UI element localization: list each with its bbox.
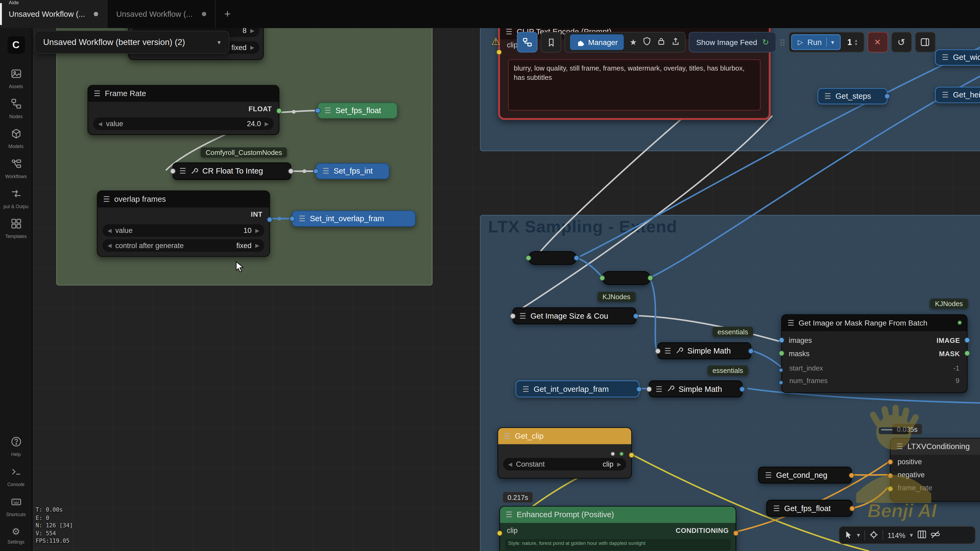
shield-icon[interactable]: [643, 37, 651, 48]
port-dot[interactable]: [619, 452, 624, 456]
node-overlap-frames[interactable]: ☰ overlap frames INT ◀ value 10 ▶ ◀ cont…: [97, 191, 270, 257]
node-set-fps-int[interactable]: ☰ Set_fps_int: [316, 163, 389, 179]
port-dot-clip-out[interactable]: [629, 452, 634, 458]
node-enhanced-prompt[interactable]: ☰ Enhanced Prompt (Positive) clip CONDIT…: [499, 506, 736, 551]
node-get-image-size[interactable]: ☰ Get Image Size & Cou: [512, 307, 636, 324]
fit-view-button[interactable]: [870, 530, 878, 540]
workflow-title-dropdown[interactable]: Unsaved Workflow (better version) (2) ▾: [34, 30, 229, 54]
port-dot-image-out[interactable]: [964, 337, 970, 343]
port-dot[interactable]: [779, 380, 783, 384]
collapse-icon[interactable]: ☰: [506, 511, 512, 519]
port-dot-float[interactable]: [276, 108, 282, 114]
sidebar-item-workflows[interactable]: Workflows: [0, 154, 32, 184]
port-dot-positive[interactable]: [888, 459, 893, 465]
sidebar-item-input-output[interactable]: put & Outpu: [0, 184, 32, 214]
port-dot[interactable]: [611, 452, 615, 456]
node-get-hei[interactable]: ☰ Get_hei: [935, 87, 980, 103]
node-get-int-overlap[interactable]: ☰ Get_int_overlap_fram: [515, 380, 640, 397]
zoom-level[interactable]: 114%: [888, 531, 905, 539]
collapse-icon[interactable]: ☰: [788, 319, 794, 327]
port-dot[interactable]: [885, 94, 890, 99]
node-header[interactable]: ☰ LTXVConditioning: [891, 439, 980, 455]
stepper-right-icon[interactable]: ▶: [617, 461, 621, 467]
node-collapsed-a[interactable]: [528, 251, 577, 265]
prompt-preview[interactable]: Style: nature, forest pond at golden hou…: [505, 539, 730, 550]
share-icon[interactable]: [671, 37, 680, 48]
node-get-image-mask-range[interactable]: ☰ Get Image or Mask Range From Batch ima…: [781, 314, 967, 393]
chevron-down-icon[interactable]: ▾: [857, 532, 860, 538]
port-dot[interactable]: [648, 275, 653, 281]
collapse-icon[interactable]: ☰: [299, 215, 305, 222]
widget-value-row[interactable]: ◀ value 10 ▶: [103, 224, 264, 237]
bookmark-button[interactable]: [541, 32, 561, 52]
node-get-fps-float[interactable]: ☰ Get_fps_float: [766, 500, 853, 517]
node-header[interactable]: ☰ Enhanced Prompt (Positive): [500, 507, 736, 523]
stepper-left-icon[interactable]: ◀: [508, 461, 512, 467]
port-dot-clip[interactable]: [497, 530, 503, 536]
collapse-icon[interactable]: ☰: [519, 312, 526, 319]
port-dot[interactable]: [849, 505, 855, 511]
sidebar-item-console[interactable]: Console: [0, 462, 32, 492]
port-dot[interactable]: [958, 321, 962, 325]
port-dot[interactable]: [655, 348, 661, 354]
star-icon[interactable]: ★: [630, 38, 637, 47]
node-header[interactable]: ☰ Frame Rate: [88, 86, 279, 102]
collapse-icon[interactable]: ☰: [180, 167, 186, 175]
stepper-right-icon[interactable]: ▶: [255, 227, 259, 233]
lock-icon[interactable]: [657, 37, 666, 48]
node-get-steps[interactable]: ☰ Get_steps: [818, 88, 888, 104]
converted-widget-row[interactable]: start_index -1: [782, 362, 967, 374]
node-collapsed-b[interactable]: [602, 271, 651, 285]
collapse-icon[interactable]: ☰: [94, 90, 100, 97]
port-dot[interactable]: [779, 368, 783, 372]
collapse-icon[interactable]: ☰: [323, 167, 329, 175]
widget-value-row[interactable]: ◀ value 24.0 ▶: [93, 118, 274, 130]
sidebar-item-nodes[interactable]: Nodes: [0, 94, 32, 124]
node-header[interactable]: ☰ Get Image or Mask Range From Batch: [782, 315, 967, 331]
workflows-overlay-button[interactable]: [517, 32, 538, 52]
node-frame-rate[interactable]: ☰ Frame Rate FLOAT ◀ value 24.0 ▶: [88, 85, 280, 135]
converted-widget-row[interactable]: num_frames 9: [782, 374, 967, 387]
node-get-clip[interactable]: ☰ Get_clip ◀ Constant clip ▶: [498, 427, 632, 478]
node-header[interactable]: ☰ Get_clip: [498, 428, 632, 444]
new-tab-button[interactable]: +: [216, 0, 239, 28]
node-get-cond-neg[interactable]: ☰ Get_cond_neg: [758, 467, 852, 483]
sidebar-item-models[interactable]: Models: [0, 124, 32, 154]
port-dot[interactable]: [748, 348, 754, 354]
widget-constant-row[interactable]: ◀ Constant clip ▶: [503, 458, 626, 470]
port-dot[interactable]: [290, 216, 295, 221]
interrupt-button[interactable]: ✕: [867, 32, 888, 52]
port-dot[interactable]: [600, 275, 605, 281]
port-dot[interactable]: [646, 386, 652, 392]
port-dot-negative[interactable]: [888, 473, 893, 479]
port-dot-mask-out[interactable]: [964, 351, 970, 356]
unsaved-dot-icon[interactable]: [202, 12, 206, 16]
collapse-icon[interactable]: ☰: [506, 28, 512, 36]
toggle-links-button[interactable]: [931, 530, 940, 540]
node-set-fps-float[interactable]: ☰ Set_fps_float: [317, 103, 397, 119]
port-dot-int[interactable]: [267, 217, 272, 222]
menu-item-help[interactable]: Aide: [9, 0, 19, 6]
show-image-feed-button[interactable]: Show Image Feed ↻: [689, 32, 776, 52]
port-dot[interactable]: [315, 108, 321, 113]
collapse-icon[interactable]: ☰: [655, 385, 662, 392]
toolbar-drag-handle[interactable]: [780, 38, 786, 46]
port-dot-masks[interactable]: [779, 351, 784, 356]
collapse-icon[interactable]: ☰: [325, 107, 331, 114]
collapse-icon[interactable]: ☰: [504, 432, 511, 440]
toggle-panel-button[interactable]: [915, 32, 935, 52]
node-get-wid[interactable]: ☰ Get_wid: [935, 49, 980, 65]
comfyui-logo[interactable]: C: [7, 36, 25, 54]
port-dot[interactable]: [288, 168, 294, 174]
port-dot[interactable]: [633, 313, 639, 319]
collapse-icon[interactable]: ☰: [103, 195, 110, 203]
collapse-icon[interactable]: ☰: [824, 92, 831, 100]
stepper-left-icon[interactable]: ◀: [98, 121, 102, 127]
port-dot[interactable]: [636, 386, 642, 392]
run-button[interactable]: ▷ Run ▾: [791, 34, 840, 50]
node-cr-float-to-integ[interactable]: ☰ CR Float To Integ: [173, 162, 291, 180]
sidebar-item-help[interactable]: Help: [0, 432, 32, 462]
port-dot[interactable]: [526, 255, 531, 261]
stepper-left-icon[interactable]: ◀: [108, 243, 111, 249]
tab-unsaved-workflow-2[interactable]: Unsaved Workflow (...: [108, 0, 216, 28]
